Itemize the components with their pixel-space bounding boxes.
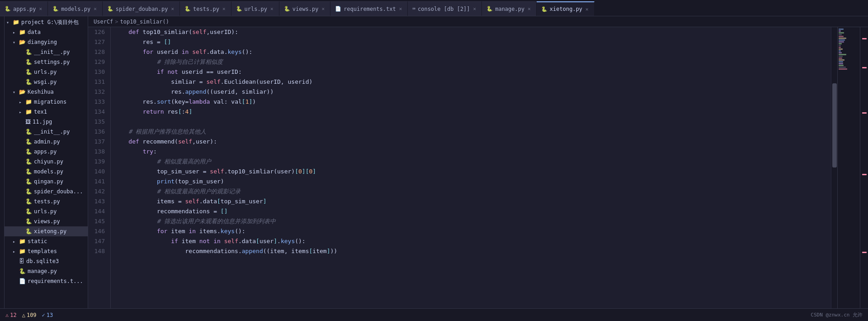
file-icon: 📁 bbox=[25, 99, 32, 105]
tab-file-icon: 🐍 bbox=[486, 6, 493, 12]
sidebar-item-requirements_root[interactable]: 📄requirements.t... bbox=[5, 276, 88, 286]
minimap-line bbox=[839, 32, 844, 34]
sidebar-item-admin[interactable]: 🐍admin.py bbox=[5, 137, 88, 147]
sidebar-item-templates[interactable]: ▸📁templates bbox=[5, 246, 88, 256]
code-line-134[interactable]: return res[:4] bbox=[114, 107, 827, 117]
code-line-137[interactable]: def recommend(self,user): bbox=[114, 137, 827, 147]
sidebar-item-models_sub[interactable]: 🐍models.py bbox=[5, 167, 88, 177]
code-line-129[interactable]: # 排除与自己计算相似度 bbox=[114, 57, 827, 67]
sidebar-item-db_sqlite[interactable]: 🗄db.sqlite3 bbox=[5, 256, 88, 266]
sidebar-item-chiyun[interactable]: 🐍chiyun.py bbox=[5, 157, 88, 167]
file-icon: 📁 bbox=[19, 238, 26, 244]
sidebar-item-manage_root[interactable]: 🐍manage.py bbox=[5, 266, 88, 276]
sidebar-item-label: urls.py bbox=[34, 208, 57, 215]
tab-xietong[interactable]: 🐍xietong.py✕ bbox=[537, 1, 594, 16]
tab-close-btn[interactable]: ✕ bbox=[93, 5, 98, 12]
sidebar-item-spider_douban_sub[interactable]: 🐍spider_douba... bbox=[5, 187, 88, 196]
tab-manage[interactable]: 🐍manage.py✕ bbox=[482, 1, 537, 16]
code-line-144[interactable]: recommendations = [] bbox=[114, 206, 827, 216]
file-icon: 🐍 bbox=[25, 69, 32, 75]
code-line-142[interactable]: # 相似度最高的用户的观影记录 bbox=[114, 187, 827, 196]
arrow-icon: ▾ bbox=[13, 90, 19, 95]
sidebar-item-label: static bbox=[28, 238, 47, 244]
tab-close-btn[interactable]: ✕ bbox=[269, 5, 274, 12]
sidebar-item-label: urls.py bbox=[34, 69, 57, 75]
sidebar-item-migrations[interactable]: ▸📁migrations bbox=[5, 97, 88, 107]
warning-badge[interactable]: △ 109 bbox=[22, 312, 37, 318]
line-num-137: 137 bbox=[92, 137, 105, 147]
tab-urls[interactable]: 🐍urls.py✕ bbox=[231, 1, 279, 16]
sidebar-project-label: project G:\项目外包 bbox=[21, 19, 79, 26]
sidebar-item-data[interactable]: ▸📁data bbox=[5, 27, 88, 37]
tab-close-btn[interactable]: ✕ bbox=[222, 5, 226, 12]
sidebar-item-label: tex1 bbox=[34, 109, 47, 115]
line-num-135: 135 bbox=[92, 117, 105, 127]
code-line-133[interactable]: res.sort(key=lambda val: val[1]) bbox=[114, 97, 827, 107]
sidebar-item-static[interactable]: ▸📁static bbox=[5, 236, 88, 246]
sidebar-item-qingan[interactable]: 🐍qingan.py bbox=[5, 177, 88, 187]
error-badge[interactable]: ⚠ 12 bbox=[5, 312, 17, 318]
code-line-141[interactable]: print(top_sim_user) bbox=[114, 177, 827, 187]
tab-views[interactable]: 🐍views.py✕ bbox=[279, 1, 330, 16]
code-line-128[interactable]: for userid in self.data.keys(): bbox=[114, 47, 827, 57]
code-line-127[interactable]: res = [] bbox=[114, 37, 827, 47]
tab-close-btn[interactable]: ✕ bbox=[170, 5, 175, 12]
tab-spider_douban[interactable]: 🐍spider_douban.py✕ bbox=[103, 1, 180, 16]
tab-apps[interactable]: 🐍apps.py✕ bbox=[0, 1, 48, 16]
line-num-143: 143 bbox=[92, 196, 105, 206]
tab-tests[interactable]: 🐍tests.py✕ bbox=[180, 1, 231, 16]
minimap-line bbox=[839, 36, 844, 37]
sidebar-item-__init__[interactable]: 🐍__init__.py bbox=[5, 47, 88, 57]
sidebar-item-__init__2[interactable]: 🐍__init__.py bbox=[5, 127, 88, 137]
code-line-130[interactable]: if not userid == userID: bbox=[114, 67, 827, 77]
code-line-136[interactable]: # 根据用户推荐信息给其他人 bbox=[114, 127, 827, 137]
sidebar-project-root[interactable]: ▾ 📁 project G:\项目外包 bbox=[5, 17, 88, 27]
sidebar-item-11jpg[interactable]: 🖼11.jpg bbox=[5, 117, 88, 127]
sidebar-item-settings[interactable]: 🐍settings.py bbox=[5, 57, 88, 67]
file-icon: 📂 bbox=[19, 39, 26, 45]
scrollbar-thumb[interactable] bbox=[832, 83, 837, 168]
tab-requirements[interactable]: 📄requirements.txt✕ bbox=[330, 1, 408, 16]
info-badge[interactable]: ✓ 13 bbox=[42, 312, 53, 318]
code-line-131[interactable]: simliar = self.Euclidean(userID, userid) bbox=[114, 77, 827, 87]
tab-console[interactable]: ⌨console [db [2]]✕ bbox=[408, 1, 482, 16]
code-line-135[interactable] bbox=[114, 117, 827, 127]
code-line-147[interactable]: if item not in self.data[user].keys(): bbox=[114, 236, 827, 246]
code-line-138[interactable]: try: bbox=[114, 147, 827, 157]
code-editor[interactable]: 1261271281291301311321331341351361371381… bbox=[88, 27, 868, 308]
arrow-icon: ▸ bbox=[13, 30, 19, 35]
sidebar-item-urls_sub2[interactable]: 🐍urls.py bbox=[5, 206, 88, 216]
sidebar-item-keshihua[interactable]: ▾📂Keshihua bbox=[5, 87, 88, 97]
code-line-139[interactable]: # 相似度最高的用户 bbox=[114, 157, 827, 167]
sidebar-item-tests_sub[interactable]: 🐍tests.py bbox=[5, 196, 88, 206]
line-num-139: 139 bbox=[92, 157, 105, 167]
tab-file-icon: 🐍 bbox=[107, 6, 113, 12]
tab-close-btn[interactable]: ✕ bbox=[321, 5, 326, 12]
code-line-145[interactable]: # 筛选出该用户未观看的信息并添加到列表中 bbox=[114, 216, 827, 226]
folder-icon: 📁 bbox=[13, 19, 19, 25]
tab-models[interactable]: 🐍models.py✕ bbox=[48, 1, 103, 16]
tab-close-btn[interactable]: ✕ bbox=[472, 5, 477, 12]
code-content[interactable]: def top10_simliar(self,userID): res = []… bbox=[111, 27, 831, 308]
tab-close-btn[interactable]: ✕ bbox=[585, 6, 590, 13]
warning-icon: △ bbox=[22, 312, 25, 318]
sidebar-item-diangying[interactable]: ▾📂diangying bbox=[5, 37, 88, 47]
line-num-147: 147 bbox=[92, 236, 105, 246]
sidebar-item-wsgi[interactable]: 🐍wsgi.py bbox=[5, 77, 88, 87]
code-line-148[interactable]: recommendations.append((item, items[item… bbox=[114, 246, 827, 256]
sidebar-item-tex1[interactable]: ▸📁tex1 bbox=[5, 107, 88, 117]
code-line-126[interactable]: def top10_simliar(self,userID): bbox=[114, 27, 827, 37]
sidebar-item-apps_sub[interactable]: 🐍apps.py bbox=[5, 147, 88, 157]
code-line-140[interactable]: top_sim_user = self.top10_simliar(user)[… bbox=[114, 167, 827, 177]
sidebar-item-urls_sub[interactable]: 🐍urls.py bbox=[5, 67, 88, 77]
code-line-146[interactable]: for item in items.keys(): bbox=[114, 226, 827, 236]
sidebar-item-views_sub[interactable]: 🐍views.py bbox=[5, 216, 88, 226]
tab-close-btn[interactable]: ✕ bbox=[527, 5, 532, 12]
sidebar-item-xietong_sub[interactable]: 🐍xietong.py bbox=[5, 226, 88, 236]
file-icon: 🐍 bbox=[25, 59, 32, 65]
code-line-132[interactable]: res.append((userid, simliar)) bbox=[114, 87, 827, 97]
tab-close-btn[interactable]: ✕ bbox=[38, 5, 43, 12]
code-line-143[interactable]: items = self.data[top_sim_user] bbox=[114, 196, 827, 206]
scrollbar-track[interactable] bbox=[831, 27, 837, 308]
tab-close-btn[interactable]: ✕ bbox=[398, 5, 403, 12]
